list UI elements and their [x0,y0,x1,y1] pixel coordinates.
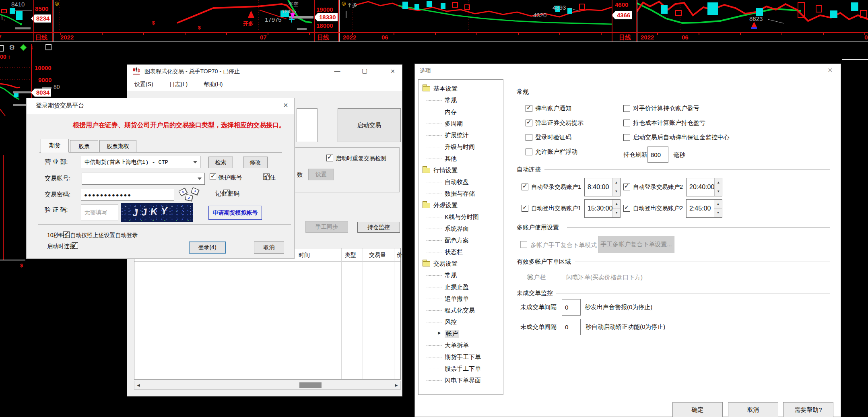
time-spinner[interactable]: 20:40:00 ▲ ▼ [686,178,722,196]
scroll-left-icon[interactable]: ◀ [134,381,142,389]
login-dialog-titlebar[interactable]: 登录期货交易平台 × [27,98,294,114]
spin-up-icon[interactable]: ▲ [715,178,722,188]
tree-item[interactable]: 内存 [419,106,503,118]
settings-button[interactable]: 设置 [308,169,334,180]
spin-down-icon[interactable]: ▼ [612,187,620,196]
tab-stock[interactable]: 股票 [70,140,98,153]
option-check-row[interactable]: 启动交易后自动弹出保证金监控中心 [623,133,730,141]
cancel-button[interactable]: 取消 [728,402,778,417]
menu-log[interactable]: 日志(L) [169,81,188,88]
position-monitor-button[interactable]: 持仓监控 [357,222,400,233]
tree-item[interactable]: 帐户 [419,328,503,340]
close-icon[interactable]: × [828,66,833,75]
option-check-row[interactable]: 对手价计算持仓账户盈亏 [623,104,730,112]
minimize-button[interactable]: — [332,67,342,74]
scroll-right-icon[interactable]: ▶ [392,381,400,389]
auto-connect-row[interactable]: 自动登录交易账户1 8:40:00 ▲ ▼ [522,178,623,196]
captcha-input[interactable]: 无需填写 [81,204,118,221]
auto-connect-row[interactable]: 自动登录交易账户2 20:40:00 ▲ ▼ [623,178,722,196]
option-check-row[interactable]: 登录时验证码 [526,133,583,141]
tree-item[interactable]: 数据与存储 [419,188,503,200]
tree-item[interactable]: 状态栏 [419,246,503,258]
refresh-input[interactable]: 800 [647,147,668,163]
captcha-image[interactable]: JJKY [121,203,193,222]
tree-item[interactable]: 常规 [419,95,503,106]
tree-item[interactable]: 多周期 [419,118,503,130]
square-icon[interactable] [45,44,52,50]
ok-button[interactable]: 确定 [672,402,723,417]
price-marker: 4366 [615,11,632,19]
pending-interval-input-2[interactable]: 0 [562,319,581,335]
menu-help[interactable]: 帮助(H) [204,81,223,88]
time-spinner[interactable]: 2:45:00 ▲ ▼ [686,199,722,218]
spin-up-icon[interactable]: ▲ [714,200,722,209]
time-spinner[interactable]: 15:30:00 ▲ ▼ [584,199,621,218]
multi-account-settings-button[interactable]: 手工多帐户复合下单设置... [598,236,674,253]
close-button[interactable]: × [388,67,398,76]
tree-item[interactable]: 交易设置 [419,258,503,270]
option-check-row[interactable]: 允许账户栏浮动 [526,148,583,156]
soft-keyboard-icon[interactable]: s + z [179,188,200,203]
tree-item[interactable]: 配色方案 [419,235,503,246]
column-header-type[interactable]: 类型 [345,252,356,259]
spin-down-icon[interactable]: ▼ [613,208,620,217]
tree-item[interactable]: 期货手工下单 [419,351,503,363]
menu-settings[interactable]: 设置(S) [134,81,153,88]
spin-up-icon[interactable]: ▲ [613,200,620,209]
tab-stock-options[interactable]: 股票期权 [99,140,136,153]
tree-item[interactable]: 系统界面 [419,223,503,235]
multi-account-mode-checkbox[interactable] [520,241,527,248]
tree-item[interactable]: 股票手工下单 [419,363,503,375]
column-header-volume[interactable]: 交易量 [369,252,386,259]
column-header-time[interactable]: 时间 [299,252,310,259]
red-arrow-icon[interactable]: ↓ [31,43,34,50]
tree-item[interactable]: 大单拆单 [419,340,503,351]
account-combo[interactable] [82,173,205,185]
tree-item[interactable]: 其他 [419,153,503,165]
auto-connect-row[interactable]: 自动登出交易账户2 2:45:00 ▲ ▼ [623,199,722,218]
scrollbar-thumb[interactable] [299,382,322,388]
protect-account-checkbox[interactable] [210,173,216,180]
trade-window-titlebar[interactable]: 图表程式化交易 - 总手TOP70 - 已停止 — ▢ × [127,65,402,78]
dup-check-checkbox[interactable] [326,155,333,161]
tree-item[interactable]: 追单撤单 [419,293,503,305]
tree-item[interactable]: 闪电下单界面 [419,375,503,386]
spin-down-icon[interactable]: ▼ [715,187,722,196]
tree-item[interactable]: 基本设置 [419,83,503,95]
tab-futures[interactable]: 期货 [41,139,69,153]
partial-icon[interactable] [0,45,4,52]
cancel-button[interactable]: 取消 [254,242,284,254]
tree-item[interactable]: 行情设置 [419,165,503,176]
tree-item[interactable]: 自动收盘 [419,176,503,188]
column-header-partial[interactable]: 价 [397,252,402,259]
manual-sync-button[interactable]: 手工同步 [305,221,348,233]
broker-dropdown[interactable]: 中信期货(首席上海电信1) - CTP [81,156,200,168]
horizontal-scrollbar[interactable]: ◀ ▶ [134,381,401,390]
tree-item[interactable]: 常规 [419,270,503,281]
password-field[interactable]: ●●●●●●●●●●●● [81,189,174,201]
tree-item[interactable]: 扩展统计 [419,130,503,141]
auto-connect-row[interactable]: 自动登出交易账户1 15:30:00 ▲ ▼ [522,199,623,218]
modify-button[interactable]: 修改 [243,157,268,168]
option-check-row[interactable]: 弹出账户通知 [526,104,583,112]
tree-item[interactable]: 风控 [419,316,503,328]
spin-up-icon[interactable]: ▲ [612,178,620,188]
tree-item[interactable]: K线与分时图 [419,211,503,223]
option-check-row[interactable]: 弹出证券交易提示 [526,119,583,127]
tree-item[interactable]: 外观设置 [419,200,503,211]
tree-item[interactable]: 程式化交易 [419,305,503,316]
pending-interval-input-1[interactable]: 0 [562,299,581,316]
search-button[interactable]: 检索 [208,157,233,168]
login-button[interactable]: 登录(4) [189,242,226,254]
close-icon[interactable]: × [283,101,288,110]
tree-item[interactable]: 升级与时间 [419,141,503,153]
help-button[interactable]: 需要帮助? [783,402,833,417]
time-spinner[interactable]: 8:40:00 ▲ ▼ [584,178,621,196]
tree-item[interactable]: 止损止盈 [419,281,503,293]
option-check-row[interactable]: 持仓成本计算账户持仓盈亏 [623,119,730,127]
gear-icon[interactable]: ⚙ [9,43,15,52]
apply-demo-account-link[interactable]: 申请期货模拟帐号 [208,206,262,220]
start-trading-button[interactable]: 启动交易 [338,108,401,142]
maximize-button[interactable]: ▢ [360,67,369,74]
spin-down-icon[interactable]: ▼ [714,208,722,217]
